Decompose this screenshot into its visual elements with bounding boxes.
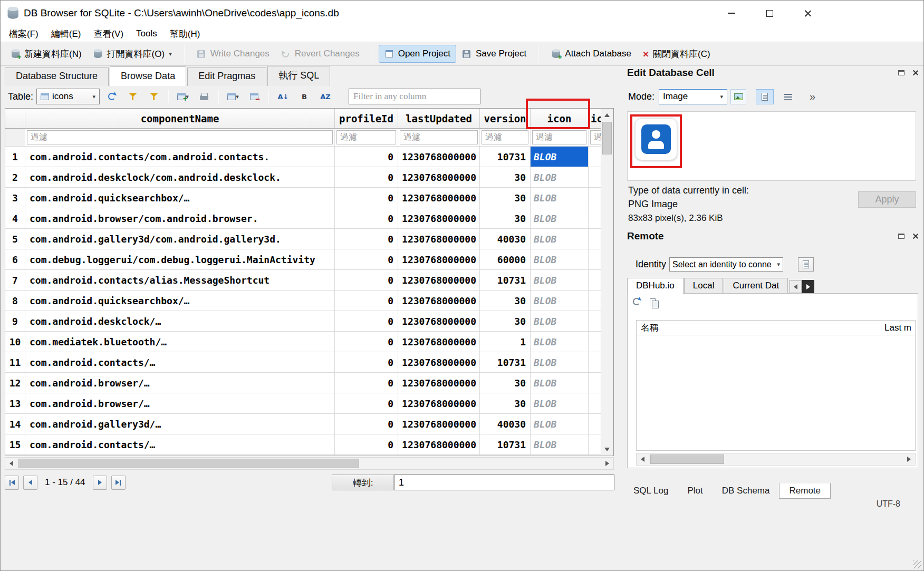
new-record-button[interactable] [174, 89, 192, 104]
cell-version[interactable]: 30 [480, 373, 531, 393]
delete-record-button[interactable] [245, 89, 263, 104]
tab-browse-data[interactable]: Browse Data [110, 66, 186, 86]
scroll-down-button[interactable] [601, 443, 613, 455]
cell-version[interactable]: 10731 [480, 434, 531, 454]
tab-scroll-left-button[interactable] [790, 280, 802, 293]
cell-icon-blob[interactable]: BLOB [531, 393, 589, 413]
table-select[interactable]: icons [36, 89, 100, 104]
cell-version[interactable]: 1 [480, 332, 531, 352]
overflow-chevron-icon[interactable] [810, 91, 815, 102]
cell-lastUpdated[interactable]: 1230768000000 [398, 270, 480, 290]
cell-profileId[interactable]: 0 [335, 332, 398, 352]
float-panel-icon[interactable] [898, 70, 904, 75]
cell-profileId[interactable]: 0 [335, 434, 398, 454]
cell-componentName[interactable]: com.android.contacts/… [25, 352, 335, 372]
table-row[interactable]: 9 com.android.deskclock/… 0 123076800000… [5, 311, 613, 332]
import-identity-button[interactable] [798, 257, 814, 272]
cell-icon-blob[interactable]: BLOB [531, 414, 589, 434]
dock-tab-remote[interactable]: Remote [779, 483, 831, 499]
table-row[interactable]: 5 com.android.gallery3d/com.android.gall… [5, 229, 613, 249]
cell-profileId[interactable]: 0 [335, 270, 398, 290]
cell-icon-blob[interactable]: BLOB [531, 167, 589, 187]
refresh-button[interactable] [103, 89, 121, 104]
cell-profileId[interactable]: 0 [335, 352, 398, 372]
row-number[interactable]: 9 [5, 311, 25, 331]
row-number[interactable]: 13 [5, 393, 25, 413]
row-number[interactable]: 1 [5, 147, 25, 167]
cell-lastUpdated[interactable]: 1230768000000 [398, 414, 480, 434]
corner-header[interactable] [5, 109, 25, 129]
cell-lastUpdated[interactable]: 1230768000000 [398, 434, 480, 454]
cell-lastUpdated[interactable]: 1230768000000 [398, 373, 480, 393]
print-button[interactable] [195, 89, 213, 104]
cell-profileId[interactable]: 0 [335, 393, 398, 413]
cell-icon-blob[interactable]: BLOB [531, 270, 589, 290]
goto-button[interactable]: 轉到: [332, 475, 394, 490]
tab-current-database[interactable]: Current Dat [724, 278, 788, 294]
cell-profileId[interactable]: 0 [335, 208, 398, 228]
filter-input-profileId[interactable]: 過濾 [336, 130, 396, 144]
row-number[interactable]: 8 [5, 291, 25, 311]
table-row[interactable]: 15 com.android.contacts/… 0 123076800000… [5, 434, 613, 455]
row-number[interactable]: 6 [5, 249, 25, 269]
dock-tab-sql-log[interactable]: SQL Log [624, 483, 678, 498]
last-page-button[interactable] [111, 476, 126, 490]
filter-input-version[interactable]: 過濾 [482, 130, 528, 144]
horizontal-scrollbar[interactable] [5, 457, 614, 470]
identity-select[interactable]: Select an identity to conne [669, 257, 783, 272]
mode-select[interactable]: Image [659, 89, 727, 104]
cell-profileId[interactable]: 0 [335, 249, 398, 269]
table-row[interactable]: 6 com.debug.loggerui/com.debug.loggerui.… [5, 249, 613, 270]
cell-lastUpdated[interactable]: 1230768000000 [398, 208, 480, 228]
cell-componentName[interactable]: com.android.contacts/com.android.contact… [25, 147, 335, 167]
word-wrap-button[interactable] [780, 89, 796, 104]
remote-horizontal-scrollbar[interactable] [636, 453, 916, 466]
table-row[interactable]: 12 com.android.browser/… 0 1230768000000… [5, 373, 613, 393]
table-row[interactable]: 10 com.mediatek.bluetooth/… 0 1230768000… [5, 332, 613, 352]
scroll-right-button[interactable] [903, 453, 915, 465]
save-filter-button[interactable] [145, 89, 163, 104]
cell-componentName[interactable]: com.android.browser/… [25, 373, 335, 393]
cell-lastUpdated[interactable]: 1230768000000 [398, 352, 480, 372]
font-style-button[interactable]: B [295, 89, 313, 104]
cell-version[interactable]: 60000 [480, 249, 531, 269]
duplicate-record-button[interactable] [224, 89, 242, 104]
menu-tools[interactable]: Tools [130, 26, 163, 41]
open-project-button[interactable]: Open Project [379, 45, 456, 63]
goto-row-input[interactable] [394, 475, 614, 490]
table-row[interactable]: 2 com.android.deskclock/com.android.desk… [5, 167, 613, 188]
table-row[interactable]: 1 com.android.contacts/com.android.conta… [5, 147, 613, 167]
cell-lastUpdated[interactable]: 1230768000000 [398, 332, 480, 352]
cell-version[interactable]: 10731 [480, 352, 531, 372]
float-panel-icon[interactable] [898, 234, 904, 239]
cell-version[interactable]: 10731 [480, 147, 531, 167]
scroll-up-button[interactable] [601, 109, 613, 121]
cell-icon-blob[interactable]: BLOB [531, 188, 589, 208]
scroll-right-button[interactable] [601, 458, 613, 469]
first-page-button[interactable] [5, 476, 19, 490]
open-image-button[interactable] [730, 89, 746, 104]
row-number[interactable]: 2 [5, 167, 25, 187]
column-header-lastUpdated[interactable]: lastUpdated [398, 109, 480, 129]
cell-icon-blob[interactable]: BLOB [531, 332, 589, 352]
clone-database-icon[interactable] [650, 298, 656, 305]
row-number[interactable]: 7 [5, 270, 25, 290]
text-view-button[interactable] [756, 89, 774, 104]
filter-input-icon[interactable]: 過濾 [532, 130, 586, 144]
cell-lastUpdated[interactable]: 1230768000000 [398, 393, 480, 413]
dock-tab-plot[interactable]: Plot [678, 483, 712, 498]
menu-view[interactable]: 查看(V) [87, 26, 130, 42]
filter-input-componentName[interactable]: 過濾 [27, 130, 333, 144]
menu-file[interactable]: 檔案(F) [3, 26, 45, 42]
table-row[interactable]: 4 com.android.browser/com.android.browse… [5, 208, 613, 229]
cell-version[interactable]: 30 [480, 393, 531, 413]
attach-database-button[interactable]: Attach Database [545, 45, 637, 63]
close-panel-icon[interactable] [912, 233, 918, 239]
table-row[interactable]: 11 com.android.contacts/… 0 123076800000… [5, 352, 613, 373]
write-changes-button[interactable]: Write Changes [191, 45, 275, 63]
close-panel-icon[interactable] [912, 70, 918, 76]
cell-componentName[interactable]: com.android.deskclock/… [25, 311, 335, 331]
column-header-componentName[interactable]: componentName [25, 109, 335, 129]
column-header-icon[interactable]: icon [531, 109, 589, 129]
vertical-scrollbar[interactable] [601, 109, 613, 455]
